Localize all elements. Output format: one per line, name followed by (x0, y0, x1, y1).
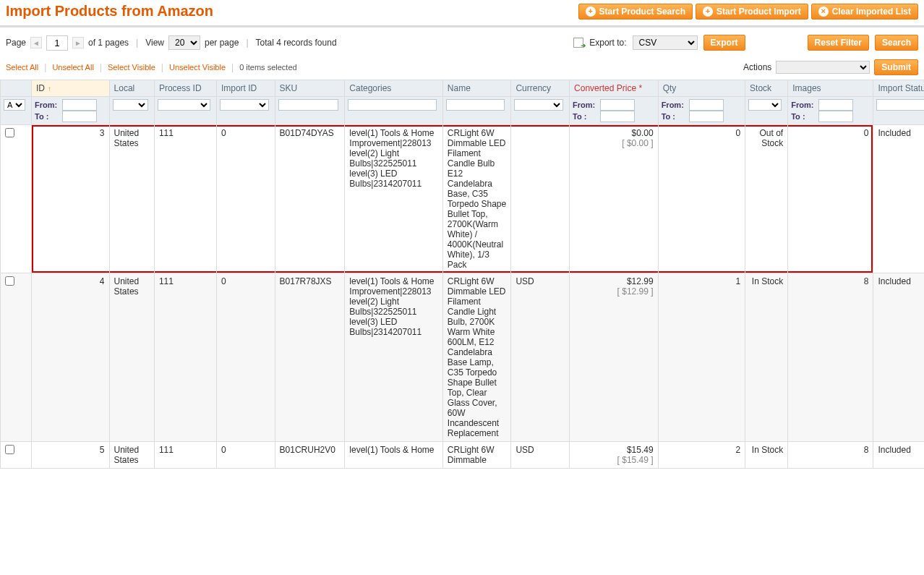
reset-filter-button[interactable]: Reset Filter (808, 35, 869, 51)
cell-checkbox (1, 442, 32, 469)
cell-price: $12.99[ $12.99 ] (570, 273, 659, 442)
search-button[interactable]: Search (875, 35, 918, 51)
export-button[interactable]: Export (703, 35, 745, 51)
cell-checkbox (1, 125, 32, 273)
start-product-search-button[interactable]: +Start Product Search (578, 4, 693, 20)
select-visible-link[interactable]: Select Visible (108, 63, 155, 72)
cell-sku: B01CRUH2V0 (275, 442, 345, 469)
sort-asc-icon: ↑ (48, 85, 51, 93)
filter-images-to[interactable] (818, 111, 853, 122)
export-select[interactable]: CSV (633, 35, 698, 50)
col-import-id[interactable]: Import ID (216, 80, 275, 97)
perpage-suffix: per page (205, 38, 239, 48)
cell-import-id: 0 (216, 125, 275, 273)
col-id[interactable]: ID↑ (32, 80, 110, 97)
cell-sku: B017R78JXS (275, 273, 345, 442)
cell-sku: B01D74DYAS (275, 125, 345, 273)
col-currency[interactable]: Currency (511, 80, 570, 97)
filter-local[interactable] (113, 99, 148, 111)
cell-name: CRLight 6W Dimmable (442, 442, 511, 469)
unselect-all-link[interactable]: Unselect All (52, 63, 93, 72)
start-product-import-button[interactable]: +Start Product Import (696, 4, 808, 20)
row-checkbox[interactable] (5, 128, 14, 137)
filter-currency[interactable] (514, 99, 563, 111)
to-label: To : (662, 112, 689, 121)
page-input[interactable] (46, 35, 68, 51)
separator: | (136, 38, 138, 48)
cell-images: 0 (788, 125, 873, 273)
cell-categories: level(1) Tools & Home (345, 442, 442, 469)
filter-sku[interactable] (278, 99, 339, 111)
cell-id: 5 (32, 442, 110, 469)
col-categories[interactable]: Categories (345, 80, 442, 97)
filter-categories[interactable] (348, 99, 436, 111)
from-label: From: (35, 101, 62, 109)
cell-id: 3 (32, 125, 110, 273)
col-converted-price[interactable]: Converted Price * (570, 80, 659, 97)
col-name[interactable]: Name (442, 80, 511, 97)
filter-price-from[interactable] (600, 99, 635, 111)
cell-local: United States (109, 273, 154, 442)
filter-any-select[interactable]: Any (4, 99, 25, 111)
submit-button[interactable]: Submit (874, 59, 918, 75)
cell-local: United States (109, 125, 154, 273)
cell-import-status: Included (873, 273, 924, 442)
cell-import-status: Included (873, 442, 924, 469)
prev-page-button[interactable]: ◄ (30, 37, 42, 48)
select-all-link[interactable]: Select All (6, 63, 38, 72)
cell-process-id: 111 (154, 125, 216, 273)
filter-id-from[interactable] (62, 99, 97, 111)
cell-id: 4 (32, 273, 110, 442)
view-label: View (145, 38, 164, 48)
filter-process-id[interactable] (158, 99, 210, 111)
from-label: From: (573, 101, 600, 109)
col-sku[interactable]: SKU (275, 80, 345, 97)
unselect-visible-link[interactable]: Unselect Visible (169, 63, 226, 72)
col-images[interactable]: Images (788, 80, 873, 97)
cell-categories: level(1) Tools & Home Improvement|228013… (345, 273, 442, 442)
col-qty[interactable]: Qty (658, 80, 745, 97)
col-import-status[interactable]: Import Status (873, 80, 924, 97)
row-checkbox[interactable] (5, 445, 14, 454)
to-label: To : (573, 112, 600, 121)
from-label: From: (662, 101, 689, 109)
filter-qty-from[interactable] (689, 99, 724, 111)
cell-price: $15.49[ $15.49 ] (570, 442, 659, 469)
filter-import-status[interactable] (876, 99, 924, 111)
filter-import-id[interactable] (220, 99, 269, 111)
export-label: Export to: (589, 38, 626, 48)
products-grid: ID↑ Local Process ID Import ID SKU Categ… (0, 80, 924, 469)
filter-price-to[interactable] (600, 111, 635, 122)
filter-id-to[interactable] (62, 111, 97, 122)
table-row[interactable]: 5United States1110B01CRUH2V0level(1) Too… (1, 442, 925, 469)
export-icon (573, 38, 583, 48)
cell-import-status: Included (873, 125, 924, 273)
clear-imported-list-button[interactable]: ×Clear Imported List (811, 4, 918, 20)
cell-currency: USD (511, 442, 570, 469)
cell-name: CRLight 6W Dimmable LED Filament Candle … (442, 125, 511, 273)
table-row[interactable]: 3United States1110B01D74DYASlevel(1) Too… (1, 125, 925, 273)
cell-images: 8 (788, 273, 873, 442)
from-label: From: (791, 101, 818, 109)
col-stock[interactable]: Stock (745, 80, 788, 97)
table-row[interactable]: 4United States1110B017R78JXSlevel(1) Too… (1, 273, 925, 442)
filter-qty-to[interactable] (689, 111, 724, 122)
col-process-id[interactable]: Process ID (154, 80, 216, 97)
next-page-button[interactable]: ► (72, 37, 84, 48)
cell-name: CRLight 6W Dimmable LED Filament Candle … (442, 273, 511, 442)
filter-stock[interactable] (748, 99, 782, 111)
cell-process-id: 111 (154, 273, 216, 442)
row-checkbox[interactable] (5, 276, 14, 286)
perpage-select[interactable]: 20 (168, 35, 200, 50)
filter-images-from[interactable] (818, 99, 853, 111)
filter-name[interactable] (446, 99, 505, 111)
to-label: To : (35, 112, 62, 121)
cell-currency: USD (511, 273, 570, 442)
cell-import-id: 0 (216, 442, 275, 469)
col-local[interactable]: Local (109, 80, 154, 97)
cell-import-id: 0 (216, 273, 275, 442)
actions-select[interactable] (776, 61, 870, 74)
separator: | (246, 38, 248, 48)
cell-process-id: 111 (154, 442, 216, 469)
pages-suffix: of 1 pages (88, 38, 129, 48)
